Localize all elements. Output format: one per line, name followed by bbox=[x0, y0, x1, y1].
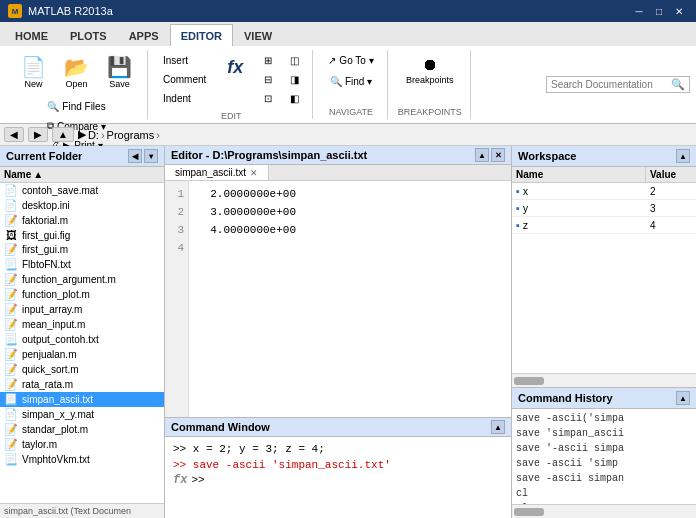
list-item[interactable]: 📃 output_contoh.txt bbox=[0, 332, 164, 347]
workspace-row[interactable]: ▪ y 3 bbox=[512, 200, 696, 217]
file-icon: 📃 bbox=[4, 393, 18, 406]
editor-tab[interactable]: simpan_ascii.txt ✕ bbox=[165, 165, 269, 180]
up-button[interactable]: ▲ bbox=[52, 127, 74, 142]
edit-btn-4[interactable]: ◫ bbox=[285, 52, 304, 69]
history-line[interactable]: save -ascii 'simp bbox=[516, 456, 692, 471]
list-item[interactable]: 🖼 first_gui.fig bbox=[0, 228, 164, 242]
file-icon: 📄 bbox=[4, 184, 18, 197]
file-icon: 📝 bbox=[4, 318, 18, 331]
edit-btn-3[interactable]: ⊡ bbox=[259, 90, 277, 107]
back-button[interactable]: ◀ bbox=[4, 127, 24, 142]
code-area[interactable]: 2.0000000e+00 3.0000000e+00 4.0000000e+0… bbox=[189, 181, 511, 417]
list-item[interactable]: 📝 input_array.m bbox=[0, 302, 164, 317]
breadcrumb-icon: ▶ bbox=[78, 128, 86, 141]
file-icon: 📝 bbox=[4, 348, 18, 361]
forward-button[interactable]: ▶ bbox=[28, 127, 48, 142]
file-icon: 📝 bbox=[4, 438, 18, 451]
ribbon-group-navigate: ↗ Go To ▾ 🔍 Find ▾ NAVIGATE bbox=[315, 50, 387, 119]
folder-list: 📄 contoh_save.mat 📄 desktop.ini 📝 faktor… bbox=[0, 183, 164, 503]
tab-view[interactable]: VIEW bbox=[233, 24, 283, 46]
list-item[interactable]: 📝 function_argument.m bbox=[0, 272, 164, 287]
minimize-button[interactable]: ─ bbox=[630, 4, 648, 18]
tab-close-icon[interactable]: ✕ bbox=[250, 168, 258, 178]
editor-close-button[interactable]: ✕ bbox=[491, 148, 505, 162]
editor-tab-bar: simpan_ascii.txt ✕ bbox=[165, 165, 511, 181]
list-item[interactable]: 📝 standar_plot.m bbox=[0, 422, 164, 437]
file-icon: 📃 bbox=[4, 333, 18, 346]
history-collapse-button[interactable]: ▲ bbox=[676, 391, 690, 405]
list-item[interactable]: 📝 quick_sort.m bbox=[0, 362, 164, 377]
fx-button[interactable]: fx bbox=[219, 52, 251, 83]
list-item[interactable]: 📝 penjualan.m bbox=[0, 347, 164, 362]
tab-apps[interactable]: APPS bbox=[118, 24, 170, 46]
edit-btn-2[interactable]: ⊟ bbox=[259, 71, 277, 88]
editor-content: 1 2 3 4 2.0000000e+00 3.0000000e+00 4.00… bbox=[165, 181, 511, 417]
search-box[interactable]: 🔍 bbox=[546, 76, 690, 93]
history-scroll-thumb[interactable] bbox=[514, 508, 544, 516]
folder-panel-header: Current Folder ◀ ▾ bbox=[0, 146, 164, 167]
workspace-scroll-thumb[interactable] bbox=[514, 377, 544, 385]
insert-button[interactable]: Insert bbox=[158, 52, 211, 69]
ribbon-group-breakpoints: ⏺ Breakpoints BREAKPOINTS bbox=[390, 50, 471, 119]
list-item[interactable]: 📃 FlbtoFN.txt bbox=[0, 257, 164, 272]
command-window-header: Command Window ▲ bbox=[165, 418, 511, 437]
close-button[interactable]: ✕ bbox=[670, 4, 688, 18]
folder-column-header: Name ▲ bbox=[0, 167, 164, 183]
history-line[interactable]: save -ascii simpan bbox=[516, 471, 692, 486]
edit-btn-1[interactable]: ⊞ bbox=[259, 52, 277, 69]
list-item[interactable]: 📝 first_gui.m bbox=[0, 242, 164, 257]
list-item[interactable]: 📝 taylor.m bbox=[0, 437, 164, 452]
list-item[interactable]: 📄 simpan_x_y.mat bbox=[0, 407, 164, 422]
history-line[interactable]: save '-ascii simpa bbox=[516, 441, 692, 456]
breakpoints-button[interactable]: ⏺ Breakpoints bbox=[399, 52, 461, 90]
list-item[interactable]: 📃 VmphtoVkm.txt bbox=[0, 452, 164, 467]
list-item[interactable]: 📄 desktop.ini bbox=[0, 198, 164, 213]
workspace-row[interactable]: ▪ z 4 bbox=[512, 217, 696, 234]
breakpoints-icon: ⏺ bbox=[422, 57, 438, 73]
history-scrollbar[interactable] bbox=[512, 504, 696, 518]
comment-button[interactable]: Comment bbox=[158, 71, 211, 88]
find-files-button[interactable]: 🔍 Find Files bbox=[42, 98, 110, 115]
list-item[interactable]: 📝 faktorial.m bbox=[0, 213, 164, 228]
edit-btn-5[interactable]: ◨ bbox=[285, 71, 304, 88]
center-area: Editor - D:\Programs\simpan_ascii.txt ▲ … bbox=[165, 146, 511, 518]
list-item-selected[interactable]: 📃 simpan_ascii.txt bbox=[0, 392, 164, 407]
app-icon: M bbox=[8, 4, 22, 18]
main-layout: Current Folder ◀ ▾ Name ▲ 📄 contoh_save.… bbox=[0, 146, 696, 518]
save-button[interactable]: 💾 Save bbox=[100, 52, 139, 94]
history-line[interactable]: cl bbox=[516, 486, 692, 501]
file-icon: 📝 bbox=[4, 273, 18, 286]
tab-home[interactable]: HOME bbox=[4, 24, 59, 46]
goto-button[interactable]: ↗ Go To ▾ bbox=[323, 52, 378, 69]
maximize-button[interactable]: □ bbox=[650, 4, 668, 18]
cmdwin-collapse-button[interactable]: ▲ bbox=[491, 420, 505, 434]
tab-editor[interactable]: EDITOR bbox=[170, 24, 233, 46]
list-item[interactable]: 📝 function_plot.m bbox=[0, 287, 164, 302]
workspace-table-header: Name Value bbox=[512, 167, 696, 183]
file-icon: 📃 bbox=[4, 258, 18, 271]
file-icon: 📝 bbox=[4, 378, 18, 391]
folder-panel-menu[interactable]: ▾ bbox=[144, 149, 158, 163]
history-line[interactable]: save -ascii('simpa bbox=[516, 411, 692, 426]
command-window-content[interactable]: >> x = 2; y = 3; z = 4; >> save -ascii '… bbox=[165, 437, 511, 518]
find-button[interactable]: 🔍 Find ▾ bbox=[325, 73, 377, 90]
variable-icon: ▪ bbox=[516, 185, 520, 197]
workspace-scrollbar[interactable] bbox=[512, 373, 696, 387]
list-item[interactable]: 📝 mean_input.m bbox=[0, 317, 164, 332]
right-panels: Workspace ▲ Name Value ▪ x 2 ▪ y bbox=[511, 146, 696, 518]
list-item[interactable]: 📝 rata_rata.m bbox=[0, 377, 164, 392]
tab-plots[interactable]: PLOTS bbox=[59, 24, 118, 46]
folder-panel-collapse[interactable]: ◀ bbox=[128, 149, 142, 163]
workspace-collapse-button[interactable]: ▲ bbox=[676, 149, 690, 163]
indent-button[interactable]: Indent bbox=[158, 90, 211, 107]
workspace-panel: Workspace ▲ Name Value ▪ x 2 ▪ y bbox=[512, 146, 696, 388]
history-line[interactable]: save 'simpan_ascii bbox=[516, 426, 692, 441]
editor-collapse-button[interactable]: ▲ bbox=[475, 148, 489, 162]
edit-btn-6[interactable]: ◧ bbox=[285, 90, 304, 107]
file-icon: 📃 bbox=[4, 453, 18, 466]
list-item[interactable]: 📄 contoh_save.mat bbox=[0, 183, 164, 198]
workspace-row[interactable]: ▪ x 2 bbox=[512, 183, 696, 200]
open-button[interactable]: 📂 Open bbox=[57, 52, 96, 94]
search-input[interactable] bbox=[551, 79, 671, 90]
new-button[interactable]: 📄 New bbox=[14, 52, 53, 94]
